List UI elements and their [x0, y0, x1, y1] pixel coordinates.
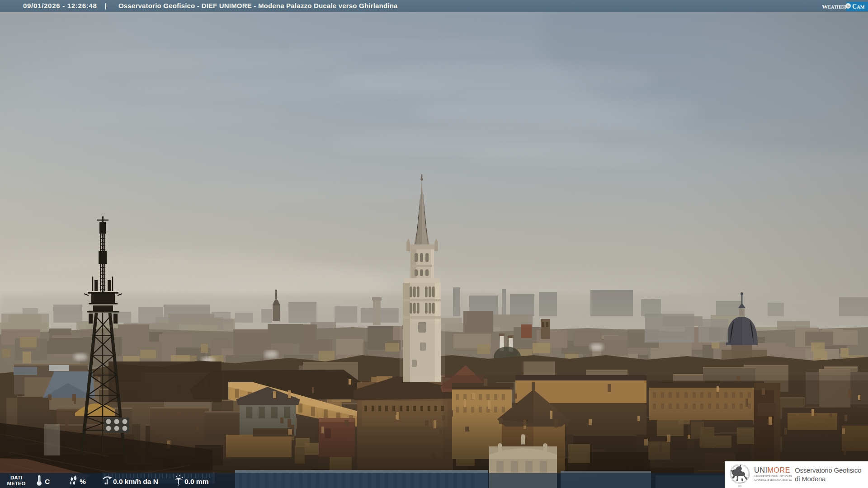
svg-text:1175: 1175	[738, 485, 741, 487]
svg-text:DATI: DATI	[10, 475, 22, 480]
svg-text:CAM: CAM	[852, 3, 865, 10]
svg-text:MODENA E REGGIO EMILIA: MODENA E REGGIO EMILIA	[755, 479, 792, 482]
svg-text:UNIVERSITÀ DEGLI STUDI DI: UNIVERSITÀ DEGLI STUDI DI	[755, 475, 792, 478]
svg-text:WEATHER: WEATHER	[822, 3, 847, 10]
svg-text:%: %	[80, 478, 86, 485]
svg-text:di Modena: di Modena	[795, 475, 826, 483]
svg-text:Osservatorio Geofisico: Osservatorio Geofisico	[795, 466, 861, 474]
svg-text:C: C	[45, 478, 50, 485]
svg-text:UNIMORE: UNIMORE	[754, 466, 790, 474]
svg-text:METEO: METEO	[7, 481, 26, 486]
svg-text:0.0 mm: 0.0 mm	[184, 478, 208, 485]
svg-text:0.0 km/h da N: 0.0 km/h da N	[113, 478, 158, 485]
